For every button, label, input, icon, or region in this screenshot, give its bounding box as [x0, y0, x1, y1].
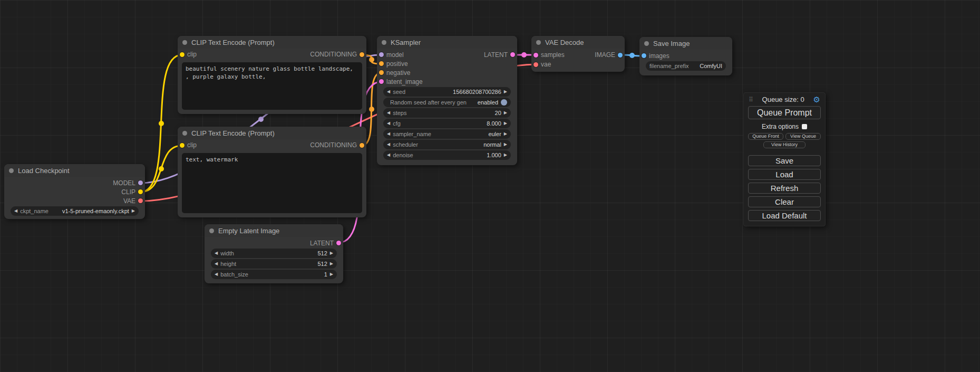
- slot-conditioning-output[interactable]: CONDITIONING: [310, 51, 364, 58]
- decrement-arrow-icon[interactable]: ◀: [387, 90, 390, 94]
- slot-vae-output[interactable]: VAE: [123, 197, 143, 205]
- node-clip-text-encode-positive[interactable]: CLIP Text Encode (Prompt) clip CONDITION…: [178, 36, 366, 114]
- node-title-bar[interactable]: Empty Latent Image: [205, 224, 343, 237]
- node-title-bar[interactable]: VAE Decode: [531, 36, 625, 49]
- view-queue-button[interactable]: View Queue: [785, 133, 821, 140]
- sampler-name-widget[interactable]: ◀ sampler_name euler ▶: [383, 129, 511, 139]
- latent-slot-dot-icon[interactable]: [379, 79, 384, 84]
- seed-widget[interactable]: ◀ seed 156680208700286 ▶: [383, 87, 511, 97]
- comfy-menu-panel[interactable]: ⠿ Queue size: 0 ⚙ Queue Prompt Extra opt…: [743, 92, 826, 226]
- node-ksampler[interactable]: KSampler model LATENT positive: [377, 36, 517, 165]
- slot-conditioning-output[interactable]: CONDITIONING: [310, 141, 364, 149]
- node-empty-latent-image[interactable]: Empty Latent Image LATENT ◀ width 512 ▶ …: [205, 224, 343, 283]
- node-graph-canvas[interactable]: Load Checkpoint MODEL CLIP VAE: [0, 0, 980, 372]
- queue-prompt-button[interactable]: Queue Prompt: [748, 106, 821, 119]
- denoise-widget[interactable]: ◀ denoise 1.000 ▶: [383, 150, 511, 160]
- clip-slot-dot-icon[interactable]: [180, 52, 185, 57]
- conditioning-slot-dot-icon[interactable]: [379, 61, 384, 66]
- decrement-arrow-icon[interactable]: ◀: [14, 209, 17, 213]
- vae-slot-dot-icon[interactable]: [138, 198, 143, 203]
- increment-arrow-icon[interactable]: ▶: [504, 111, 507, 115]
- collapse-dot-icon[interactable]: [182, 131, 187, 136]
- collapse-dot-icon[interactable]: [382, 40, 386, 45]
- node-title-bar[interactable]: Save Image: [639, 37, 732, 50]
- negative-prompt-textarea[interactable]: text, watermark: [182, 153, 362, 213]
- increment-arrow-icon[interactable]: ▶: [504, 142, 507, 147]
- width-widget[interactable]: ◀ width 512 ▶: [211, 249, 337, 258]
- node-save-image[interactable]: Save Image images filename_prefix ComfyU…: [639, 37, 732, 75]
- load-button[interactable]: Load: [748, 169, 821, 180]
- slot-images-input[interactable]: images: [642, 52, 669, 60]
- decrement-arrow-icon[interactable]: ◀: [215, 272, 218, 276]
- batch-size-widget[interactable]: ◀ batch_size 1 ▶: [211, 270, 337, 279]
- decrement-arrow-icon[interactable]: ◀: [387, 142, 390, 147]
- toggle-knob-icon[interactable]: [501, 99, 507, 106]
- slot-latent-output[interactable]: LATENT: [484, 51, 515, 59]
- conditioning-slot-dot-icon[interactable]: [360, 52, 364, 57]
- latent-slot-dot-icon[interactable]: [510, 52, 515, 57]
- filename-prefix-widget[interactable]: filename_prefix ComfyUI: [646, 61, 726, 71]
- increment-arrow-icon[interactable]: ▶: [330, 251, 333, 255]
- slot-negative-input[interactable]: negative: [379, 69, 410, 77]
- clip-slot-dot-icon[interactable]: [180, 143, 185, 148]
- increment-arrow-icon[interactable]: ▶: [504, 132, 507, 136]
- decrement-arrow-icon[interactable]: ◀: [215, 251, 218, 255]
- increment-arrow-icon[interactable]: ▶: [132, 209, 135, 213]
- decrement-arrow-icon[interactable]: ◀: [387, 111, 390, 115]
- slot-latent-output[interactable]: LATENT: [310, 240, 341, 247]
- increment-arrow-icon[interactable]: ▶: [504, 153, 507, 157]
- ckpt-name-widget[interactable]: ◀ ckpt_name v1-5-pruned-emaonly.ckpt ▶: [11, 206, 139, 216]
- slot-clip-input[interactable]: clip: [180, 141, 197, 149]
- increment-arrow-icon[interactable]: ▶: [330, 272, 333, 276]
- clip-slot-dot-icon[interactable]: [138, 189, 143, 194]
- random-seed-toggle-widget[interactable]: Random seed after every gen enabled: [383, 98, 511, 107]
- vae-slot-dot-icon[interactable]: [533, 62, 538, 67]
- refresh-button[interactable]: Refresh: [748, 183, 821, 194]
- increment-arrow-icon[interactable]: ▶: [504, 90, 507, 94]
- slot-clip-output[interactable]: CLIP: [121, 188, 143, 196]
- collapse-dot-icon[interactable]: [182, 40, 187, 45]
- load-default-button[interactable]: Load Default: [748, 210, 821, 221]
- decrement-arrow-icon[interactable]: ◀: [387, 153, 390, 157]
- height-widget[interactable]: ◀ height 512 ▶: [211, 259, 337, 269]
- save-button[interactable]: Save: [748, 155, 821, 166]
- slot-positive-input[interactable]: positive: [379, 60, 408, 68]
- conditioning-slot-dot-icon[interactable]: [379, 70, 384, 75]
- slot-image-output[interactable]: IMAGE: [595, 51, 623, 59]
- increment-arrow-icon[interactable]: ▶: [330, 262, 333, 266]
- decrement-arrow-icon[interactable]: ◀: [387, 132, 390, 136]
- slot-latent-image-input[interactable]: latent_image: [379, 78, 423, 85]
- collapse-dot-icon[interactable]: [644, 41, 649, 46]
- node-vae-decode[interactable]: VAE Decode samples IMAGE vae: [531, 36, 625, 72]
- increment-arrow-icon[interactable]: ▶: [504, 121, 507, 126]
- view-history-button[interactable]: View History: [763, 141, 806, 148]
- slot-model-output[interactable]: MODEL: [113, 179, 143, 187]
- node-title-bar[interactable]: CLIP Text Encode (Prompt): [178, 36, 366, 49]
- node-load-checkpoint[interactable]: Load Checkpoint MODEL CLIP VAE: [4, 164, 145, 219]
- scheduler-widget[interactable]: ◀ scheduler normal ▶: [383, 140, 511, 149]
- slot-vae-input[interactable]: vae: [533, 61, 551, 68]
- queue-front-button[interactable]: Queue Front: [748, 133, 783, 140]
- extra-options-checkbox[interactable]: [802, 124, 807, 129]
- collapse-dot-icon[interactable]: [536, 40, 541, 45]
- collapse-dot-icon[interactable]: [209, 228, 214, 233]
- image-slot-dot-icon[interactable]: [618, 53, 623, 58]
- slot-clip-input[interactable]: clip: [180, 51, 197, 58]
- conditioning-slot-dot-icon[interactable]: [360, 143, 364, 148]
- settings-gear-icon[interactable]: ⚙: [813, 96, 820, 103]
- node-title-bar[interactable]: Load Checkpoint: [4, 164, 145, 177]
- model-slot-dot-icon[interactable]: [138, 180, 143, 185]
- collapse-dot-icon[interactable]: [9, 168, 14, 173]
- node-title-bar[interactable]: CLIP Text Encode (Prompt): [178, 127, 366, 139]
- model-slot-dot-icon[interactable]: [379, 52, 384, 57]
- node-title-bar[interactable]: KSampler: [377, 36, 517, 49]
- latent-slot-dot-icon[interactable]: [533, 53, 538, 58]
- steps-widget[interactable]: ◀ steps 20 ▶: [383, 108, 511, 118]
- drag-handle-icon[interactable]: ⠿: [749, 97, 753, 103]
- slot-model-input[interactable]: model: [379, 51, 404, 59]
- cfg-widget[interactable]: ◀ cfg 8.000 ▶: [383, 119, 511, 128]
- decrement-arrow-icon[interactable]: ◀: [215, 262, 218, 266]
- positive-prompt-textarea[interactable]: beautiful scenery nature glass bottle la…: [182, 62, 362, 110]
- slot-samples-input[interactable]: samples: [533, 51, 565, 59]
- node-clip-text-encode-negative[interactable]: CLIP Text Encode (Prompt) clip CONDITION…: [178, 127, 366, 217]
